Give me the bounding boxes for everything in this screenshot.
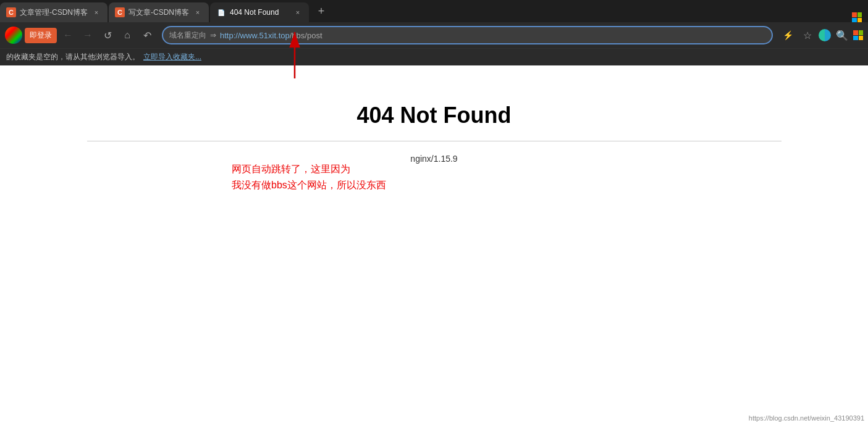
new-tab-button[interactable]: + xyxy=(313,2,330,20)
toolbar-right: ⚡ ☆ 🔍 xyxy=(779,27,863,44)
error-container: 404 Not Found nginx/1.15.9 xyxy=(0,65,868,164)
status-bar: https://blog.csdn.net/weixin_43190391 xyxy=(745,413,868,423)
bookmarks-import-link[interactable]: 立即导入收藏夹... xyxy=(143,52,201,62)
error-subtitle: nginx/1.15.9 xyxy=(0,154,868,164)
tab-close-1[interactable]: × xyxy=(91,7,101,17)
annotation-line-1: 网页自动跳转了，这里因为 xyxy=(232,161,386,177)
browser-chrome: C 文章管理-CSDN博客 × C 写文章-CSDN博客 × 📄 404 Not… xyxy=(0,0,868,65)
tab-csdn-write[interactable]: C 写文章-CSDN博客 × xyxy=(109,2,209,22)
windows-menu-icon[interactable] xyxy=(853,30,863,40)
browser-window: C 文章管理-CSDN博客 × C 写文章-CSDN博客 × 📄 404 Not… xyxy=(0,0,868,423)
tab-label-3: 404 Not Found xyxy=(230,8,289,17)
error-title: 404 Not Found xyxy=(0,103,868,128)
url-path: /bbs/post xyxy=(290,31,322,40)
bookmarks-empty-text: 的收藏夹是空的，请从其他浏览器导入。 xyxy=(6,52,140,62)
reload-button[interactable]: ↺ xyxy=(99,27,116,44)
tab-favicon-3: 📄 xyxy=(216,7,226,17)
home-button[interactable]: ⌂ xyxy=(119,27,136,44)
login-button[interactable]: 即登录 xyxy=(25,28,57,43)
tab-bar-end xyxy=(852,12,868,22)
tab-close-3[interactable]: × xyxy=(293,7,303,17)
annotation-line-2: 我没有做bbs这个网站，所以没东西 xyxy=(232,177,386,193)
browser-avatar[interactable] xyxy=(5,27,22,44)
address-url: http://www.51xit.top/bbs/post xyxy=(220,31,765,40)
address-bar[interactable]: 域名重定向 ⇒ http://www.51xit.top/bbs/post xyxy=(162,26,773,44)
redirect-icon: ⇒ xyxy=(210,31,216,40)
tab-bar: C 文章管理-CSDN博客 × C 写文章-CSDN博客 × 📄 404 Not… xyxy=(0,0,868,22)
tab-favicon-2: C xyxy=(115,7,125,17)
url-base: http://www.51xit.top xyxy=(220,31,290,40)
page-content: 404 Not Found nginx/1.15.9 网页自动跳转了，这里因为 … xyxy=(0,65,868,423)
tab-label-1: 文章管理-CSDN博客 xyxy=(20,7,88,18)
tab-csdn-manage[interactable]: C 文章管理-CSDN博客 × xyxy=(0,2,107,22)
annotation-text: 网页自动跳转了，这里因为 我没有做bbs这个网站，所以没东西 xyxy=(232,161,386,193)
tab-favicon-1: C xyxy=(6,7,16,17)
edge-circle-icon[interactable] xyxy=(819,29,831,41)
address-redirect-label: 域名重定向 xyxy=(169,30,206,41)
search-button[interactable]: 🔍 xyxy=(833,27,851,44)
status-url: https://blog.csdn.net/weixin_43190391 xyxy=(749,414,864,422)
back-button[interactable]: ← xyxy=(59,27,77,44)
windows-icon xyxy=(852,12,862,22)
tab-label-2: 写文章-CSDN博客 xyxy=(129,7,189,18)
history-back-button[interactable]: ↶ xyxy=(138,27,156,44)
bolt-button[interactable]: ⚡ xyxy=(779,27,796,44)
tab-close-2[interactable]: × xyxy=(193,7,203,17)
star-button[interactable]: ☆ xyxy=(799,27,816,44)
tab-404[interactable]: 📄 404 Not Found × xyxy=(210,2,309,22)
toolbar: 即登录 ← → ↺ ⌂ ↶ 域名重定向 ⇒ http://www.51xit.t… xyxy=(0,22,868,48)
forward-button[interactable]: → xyxy=(79,27,96,44)
bookmarks-bar: 的收藏夹是空的，请从其他浏览器导入。 立即导入收藏夹... xyxy=(0,48,868,65)
divider xyxy=(87,141,782,141)
